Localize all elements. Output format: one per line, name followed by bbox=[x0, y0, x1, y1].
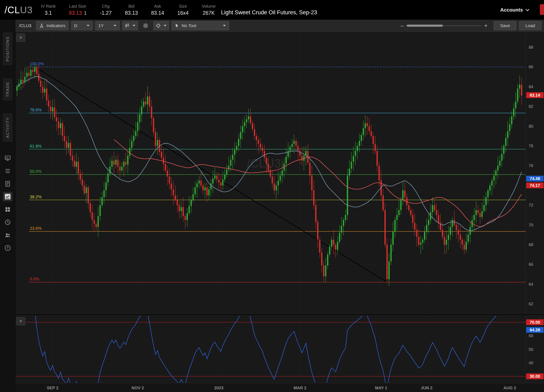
price-tick-label: 62 bbox=[529, 302, 533, 306]
gear-icon bbox=[143, 23, 148, 29]
last-size-qty: 1 bbox=[84, 10, 87, 16]
svg-text:74.48: 74.48 bbox=[530, 176, 540, 181]
clock-history-icon[interactable] bbox=[3, 218, 12, 227]
time-tick-label: SEP 2 bbox=[47, 386, 59, 390]
indicator-tick-label: 60 bbox=[529, 334, 533, 338]
svg-text:64.28: 64.28 bbox=[530, 328, 540, 332]
iv-rank-label: IV Rank bbox=[41, 4, 55, 9]
ask-value: 83.14 bbox=[151, 10, 164, 16]
volume-label: Volume bbox=[202, 4, 216, 9]
price-tick-label: 82 bbox=[529, 104, 533, 109]
save-button[interactable]: Save bbox=[494, 21, 516, 30]
fib-label: 38.2% bbox=[30, 195, 42, 199]
zoom-slider[interactable] bbox=[407, 25, 481, 27]
indicators-label: Indicators bbox=[47, 23, 65, 28]
last-value: 83.13 bbox=[69, 10, 82, 16]
sidebar-tab-trade[interactable]: TRADE bbox=[3, 78, 12, 100]
fib-label: 23.6% bbox=[30, 226, 42, 231]
timeframe-dropdown[interactable]: D bbox=[71, 21, 93, 30]
accounts-label: Accounts bbox=[500, 7, 523, 13]
pane-divider bbox=[15, 314, 544, 315]
price-tick-label: 70 bbox=[529, 223, 533, 227]
range-value: 1Y bbox=[98, 23, 104, 28]
accounts-menu[interactable]: Accounts bbox=[500, 7, 530, 13]
indicator-lower-bubble: 30.00 bbox=[526, 373, 544, 379]
grid-apps-icon[interactable] bbox=[3, 205, 12, 214]
community-icon[interactable] bbox=[3, 230, 12, 240]
time-tick-label: AUG 2 bbox=[503, 386, 516, 390]
ask-label: Ask bbox=[151, 4, 164, 9]
bid-value: 83.13 bbox=[125, 10, 138, 16]
time-tick-label: 2023 bbox=[214, 386, 224, 390]
chart-area: > > /CLU3100.0%78.6%61.8%50.0%38.2%23.6%… bbox=[15, 32, 544, 392]
price-tick-label: 72 bbox=[529, 203, 533, 208]
indicator-tick-label: 40 bbox=[529, 361, 533, 365]
time-tick-label: JUN 2 bbox=[421, 386, 432, 390]
chevron-down-icon bbox=[223, 25, 226, 27]
range-dropdown[interactable]: 1Y bbox=[95, 21, 120, 30]
sidebar-icon-rail: ? bbox=[3, 153, 12, 253]
price-tick-label: 66 bbox=[529, 262, 533, 267]
field-ask: Ask 83.14 bbox=[151, 4, 164, 16]
fib-label: 0.0% bbox=[30, 277, 39, 281]
price-tick-label: 84 bbox=[529, 84, 533, 89]
chart-type-dropdown[interactable] bbox=[122, 21, 138, 30]
zoom-in-button[interactable]: + bbox=[484, 22, 487, 29]
last-price-bubble: 83.14 bbox=[526, 92, 544, 98]
field-chg: Chg -1.27 bbox=[100, 4, 112, 16]
edge-red-badge[interactable] bbox=[540, 4, 544, 15]
zoom-slider-handle[interactable] bbox=[407, 25, 443, 27]
lower-pane-toggle-button[interactable]: > bbox=[16, 317, 25, 325]
time-axis bbox=[15, 383, 544, 392]
last-size-label: Last Size bbox=[69, 4, 87, 9]
field-size: Size 16x4 bbox=[177, 4, 189, 16]
symbol-prefix: /CL bbox=[5, 5, 20, 15]
help-icon[interactable]: ? bbox=[3, 243, 12, 253]
fib-label: 50.0% bbox=[30, 169, 42, 174]
blue-ma-price-bubble: 74.48 bbox=[526, 176, 544, 182]
load-button[interactable]: Load bbox=[519, 21, 542, 30]
contract-title: Light Sweet Crude Oil Futures, Sep-23 bbox=[221, 9, 317, 16]
svg-text:?: ? bbox=[7, 246, 9, 250]
time-tick-label: MAY 1 bbox=[375, 386, 387, 390]
chart-monitor-icon[interactable] bbox=[3, 153, 12, 163]
watchlist-icon[interactable] bbox=[3, 166, 12, 176]
chg-label: Chg bbox=[100, 4, 112, 9]
price-tick-label: 76 bbox=[529, 163, 533, 168]
cursor-icon bbox=[175, 23, 179, 28]
trade-ticket-icon[interactable] bbox=[3, 179, 12, 189]
price-tick-label: 80 bbox=[529, 124, 533, 128]
fib-label: 78.6% bbox=[30, 108, 42, 112]
charts-icon[interactable] bbox=[3, 192, 12, 201]
crosshair-dropdown[interactable] bbox=[153, 21, 169, 30]
trading-platform: /CLU3 IV Rank 3.1 Last Size 83.131 Chg -… bbox=[0, 0, 544, 392]
field-bid: Bid 83.13 bbox=[125, 4, 138, 16]
svg-text:74.17: 74.17 bbox=[530, 183, 540, 188]
indicators-button[interactable]: Indicators bbox=[36, 21, 69, 30]
indicator-value-bubble: 64.28 bbox=[526, 327, 544, 333]
chevron-down-icon bbox=[163, 25, 167, 27]
price-tick-label: 86 bbox=[529, 64, 533, 69]
sidebar-tab-positions[interactable]: POSITIONS bbox=[3, 33, 12, 65]
chg-value: -1.27 bbox=[100, 10, 112, 16]
red-ma-price-bubble: 74.17 bbox=[526, 183, 544, 188]
toolbar-symbol: /CLU3 bbox=[19, 23, 31, 28]
zoom-out-button[interactable]: – bbox=[400, 22, 404, 29]
price-tick-label: 64 bbox=[529, 282, 533, 286]
left-sidebar: POSITIONS TRADE ACTIVITY bbox=[0, 20, 15, 392]
flask-icon bbox=[39, 23, 44, 28]
bid-label: Bid bbox=[125, 4, 138, 9]
indicator-tick-label: 50 bbox=[529, 347, 533, 352]
chart-settings-button[interactable] bbox=[141, 21, 151, 30]
time-tick-label: NOV 2 bbox=[131, 386, 144, 390]
iv-rank-value: 3.1 bbox=[41, 10, 55, 16]
drawing-tool-dropdown[interactable]: No Tool bbox=[171, 21, 229, 30]
sidebar-tab-activity[interactable]: ACTIVITY bbox=[3, 113, 12, 142]
price-chart-svg[interactable]: /CLU3100.0%78.6%61.8%50.0%38.2%23.6%0.0%… bbox=[15, 32, 544, 392]
chevron-down-icon bbox=[113, 25, 117, 27]
time-tick-label: MAR 2 bbox=[294, 386, 306, 390]
fib-label: 61.8% bbox=[30, 144, 42, 148]
price-tick-label: 88 bbox=[529, 45, 533, 49]
tool-label: No Tool bbox=[182, 23, 196, 28]
main-pane-toggle-button[interactable]: > bbox=[16, 34, 25, 42]
